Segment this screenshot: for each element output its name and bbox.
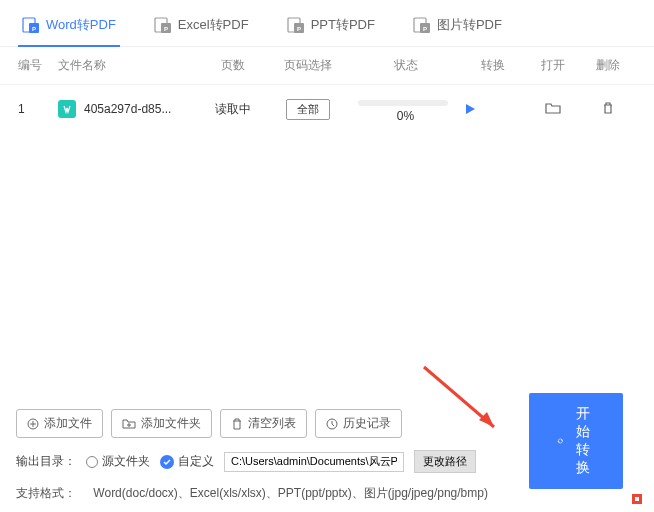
ppt-pdf-icon: P (287, 16, 305, 34)
clear-list-button[interactable]: 清空列表 (220, 409, 307, 438)
history-button[interactable]: 历史记录 (315, 409, 402, 438)
plus-circle-icon (27, 418, 39, 430)
word-pdf-icon: P (22, 16, 40, 34)
image-pdf-icon: P (413, 16, 431, 34)
tab-excel-to-pdf[interactable]: P Excel转PDF (150, 10, 253, 46)
radio-custom[interactable]: 自定义 (160, 453, 214, 470)
col-name: 文件名称 (58, 57, 198, 74)
clock-icon (326, 418, 338, 430)
radio-checked-icon (160, 455, 174, 469)
start-button-highlight: 开始转换 (632, 494, 642, 504)
start-convert-button[interactable]: 开始转换 (529, 393, 623, 489)
radio-source-folder[interactable]: 源文件夹 (86, 453, 150, 470)
output-label: 输出目录： (16, 453, 76, 470)
output-path-input[interactable] (224, 452, 404, 472)
table-row: 1 405a297d-d85... 读取中 全部 0% (0, 85, 654, 133)
tab-label: 图片转PDF (437, 16, 502, 34)
formats-text: Word(doc/docx)、Excel(xls/xlsx)、PPT(ppt/p… (93, 486, 488, 500)
svg-text:P: P (297, 26, 301, 32)
col-convert: 转换 (463, 57, 523, 74)
col-num: 编号 (18, 57, 58, 74)
tab-label: PPT转PDF (311, 16, 375, 34)
col-sel: 页码选择 (268, 57, 348, 74)
table-header: 编号 文件名称 页数 页码选择 状态 转换 打开 删除 (0, 47, 654, 85)
tab-label: Excel转PDF (178, 16, 249, 34)
col-open: 打开 (523, 57, 583, 74)
change-path-button[interactable]: 更改路径 (414, 450, 476, 473)
col-pages: 页数 (198, 57, 268, 74)
row-num: 1 (18, 102, 58, 116)
add-file-button[interactable]: 添加文件 (16, 409, 103, 438)
tab-image-to-pdf[interactable]: P 图片转PDF (409, 10, 506, 46)
tab-label: Word转PDF (46, 16, 116, 34)
col-delete: 删除 (583, 57, 633, 74)
svg-text:P: P (164, 26, 168, 32)
delete-button[interactable] (601, 101, 615, 115)
progress-pct: 0% (397, 109, 414, 123)
add-folder-button[interactable]: 添加文件夹 (111, 409, 212, 438)
excel-pdf-icon: P (154, 16, 172, 34)
progress-bar (358, 100, 448, 106)
tab-ppt-to-pdf[interactable]: P PPT转PDF (283, 10, 379, 46)
formats-label: 支持格式： (16, 486, 76, 500)
svg-text:P: P (423, 26, 427, 32)
file-name: 405a297d-d85... (84, 102, 171, 116)
refresh-icon (557, 433, 564, 449)
col-status: 状态 (348, 57, 463, 74)
file-type-icon (58, 100, 76, 118)
convert-play-button[interactable] (463, 102, 523, 116)
tab-word-to-pdf[interactable]: P Word转PDF (18, 10, 120, 46)
open-folder-button[interactable] (545, 101, 561, 115)
trash-icon (231, 418, 243, 430)
radio-unchecked-icon (86, 456, 98, 468)
status-cell: 0% (348, 95, 463, 123)
svg-text:P: P (32, 26, 36, 32)
pages-reading: 读取中 (198, 101, 268, 118)
folder-plus-icon (122, 418, 136, 430)
page-select-chip[interactable]: 全部 (286, 99, 330, 120)
conversion-tabs: P Word转PDF P Excel转PDF P PPT转PDF P 图片转PD… (0, 0, 654, 47)
